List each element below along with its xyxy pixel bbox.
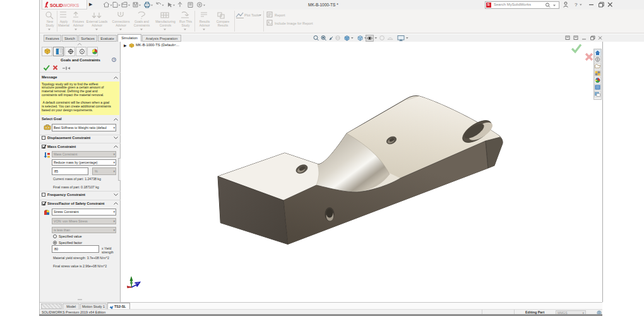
svg-text:SOLID: SOLID [50,3,63,8]
svg-text:WORKS: WORKS [63,3,80,8]
svg-text:?: ? [575,2,578,8]
